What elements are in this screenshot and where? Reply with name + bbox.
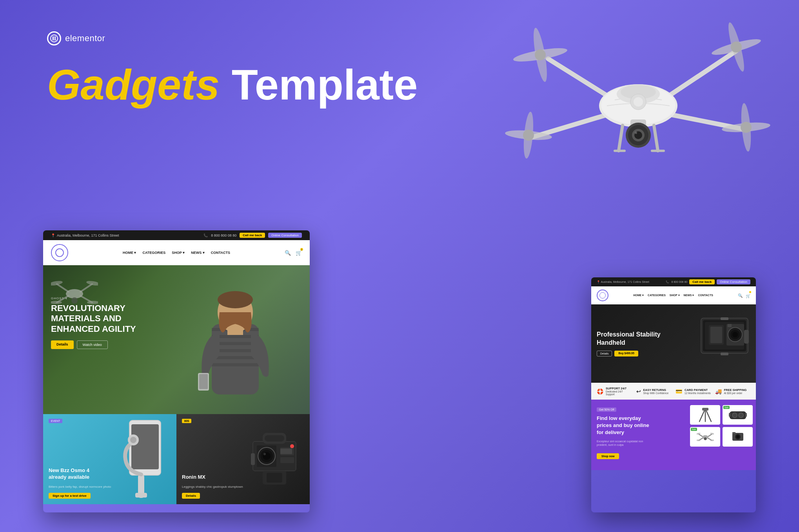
svg-rect-102: [729, 413, 730, 417]
support-title: SUPPORT 24/7: [606, 387, 632, 390]
mockup-right: 📍 Australia, Melbourne, 171 Collins Stre…: [591, 277, 756, 512]
product-cards: EVENT New Bzz Osmo 4already available Bi…: [43, 414, 310, 504]
shipping-title: FREE SHIPPING: [724, 388, 747, 392]
svg-point-41: [51, 280, 63, 286]
elementor-icon: [47, 31, 61, 45]
right-search-icon[interactable]: 🔍: [738, 293, 743, 298]
nav-icons: 🔍 🛒 1: [285, 249, 302, 256]
title-gadgets: Gadgets: [47, 60, 220, 109]
osmo-product-image: [108, 416, 174, 500]
card-osmo-subtitle: Bitters pork belly fap, disrupt normcore…: [49, 485, 111, 489]
svg-point-77: [290, 444, 294, 448]
svg-line-31: [619, 125, 623, 151]
svg-point-101: [739, 413, 743, 417]
returns-title: EASY RETURNS: [643, 388, 669, 392]
nav-shop[interactable]: SHOP ▾: [172, 251, 185, 255]
sale-product-tripod[interactable]: [690, 405, 720, 425]
svg-point-88: [732, 332, 738, 337]
elementor-logo: elementor: [47, 31, 105, 45]
feature-payment: 💳 CARD PAYMENT 12 Months Installments: [676, 387, 711, 396]
nav-news[interactable]: NEWS ▾: [191, 251, 205, 255]
svg-rect-84: [721, 353, 728, 355]
svg-point-100: [733, 413, 737, 417]
right-nav-categories[interactable]: CATEGORIES: [648, 294, 666, 297]
search-icon[interactable]: 🔍: [285, 250, 291, 256]
sale-products-grid: Sale Sale: [690, 405, 753, 447]
svg-rect-4: [54, 39, 56, 40]
shipping-text: At $30 per order: [724, 392, 747, 394]
payment-text: 12 Months Installments: [685, 392, 711, 394]
right-header-top: 📍 Australia, Melbourne, 171 Collins Stre…: [591, 277, 756, 286]
product-card-ronin: 80s Ronin MX Leggings shabby chic gastro…: [176, 414, 310, 504]
card-osmo-title: New Bzz Osmo 4already available: [49, 467, 89, 481]
svg-rect-3: [54, 38, 56, 39]
hero-video-btn[interactable]: Watch video: [77, 340, 108, 349]
svg-point-18: [731, 42, 742, 52]
sale-subtitle: Excepteur sint occaecat cupidatat non pr…: [597, 440, 648, 447]
hero-details-btn[interactable]: Details: [51, 340, 74, 349]
right-nav: HOME ▾ CATEGORIES SHOP ▾ NEWS ▾ CONTACTS…: [591, 286, 756, 304]
right-nav-news[interactable]: NEWS ▾: [684, 294, 694, 297]
svg-rect-58: [199, 374, 208, 389]
right-nav-shop[interactable]: SHOP ▾: [670, 294, 680, 297]
address: 📍 Australia, Melbourne, 171 Collins Stre…: [51, 233, 119, 237]
right-buy-btn[interactable]: Buy $499.95: [614, 351, 638, 356]
sale-product-extra[interactable]: [723, 427, 753, 447]
nav-home[interactable]: HOME ▾: [123, 251, 136, 255]
product-card-osmo: EVENT New Bzz Osmo 4already available Bi…: [43, 414, 176, 504]
card-osmo-btn[interactable]: Sign up for a test drive: [49, 493, 91, 499]
sale-title: Find low everyday prices and buy online …: [597, 415, 652, 436]
title-template: Template: [232, 60, 418, 109]
right-consult-btn[interactable]: Online Consultation: [717, 279, 750, 284]
hero-content: GHOST 4 REVOLUTIONARYMATERIALS ANDENHANC…: [51, 297, 136, 349]
svg-line-104: [699, 434, 703, 437]
cart-icon[interactable]: 🛒 1: [296, 249, 302, 256]
svg-rect-75: [280, 449, 292, 454]
right-cart-badge: [749, 291, 751, 293]
feature-support: 🛟 SUPPORT 24/7 Dedicated 24/7 Support: [597, 387, 632, 396]
svg-rect-89: [728, 324, 732, 327]
right-details-btn[interactable]: Details: [597, 351, 612, 356]
right-nav-links: HOME ▾ CATEGORIES SHOP ▾ NEWS ▾ CONTACTS: [633, 294, 713, 297]
sale-section: Get 50% Off Find low everyday prices and…: [591, 400, 756, 470]
right-nav-home[interactable]: HOME ▾: [633, 294, 644, 297]
right-site-logo: [597, 290, 608, 301]
svg-point-116: [736, 435, 739, 438]
right-callback-btn[interactable]: Call me back: [689, 279, 715, 284]
payment-title: CARD PAYMENT: [685, 388, 711, 392]
svg-point-20: [741, 122, 752, 133]
drone-decoration: [501, 12, 775, 176]
card-ronin-btn[interactable]: Details: [182, 493, 200, 499]
site-header-top: 📍 Australia, Melbourne, 171 Collins Stre…: [43, 230, 310, 240]
support-text: Dedicated 24/7 Support: [606, 390, 632, 396]
nav-contacts[interactable]: CONTACTS: [211, 251, 230, 255]
svg-line-5: [548, 59, 611, 98]
hero-title: REVOLUTIONARYMATERIALS ANDENHANCED AGILI…: [51, 303, 136, 334]
svg-point-42: [86, 280, 98, 286]
right-nav-contacts[interactable]: CONTACTS: [698, 294, 713, 297]
nav-categories[interactable]: CATEGORIES: [142, 251, 165, 255]
sale-product-drone[interactable]: Sale: [690, 427, 720, 447]
returns-icon: ↩: [636, 388, 641, 394]
svg-rect-62: [135, 493, 147, 498]
callback-btn[interactable]: Call me back: [240, 233, 265, 238]
svg-line-38: [80, 284, 92, 292]
phone-area: 📞 8 800 800 08 80 Call me back Online Co…: [203, 233, 302, 238]
card-ronin-title: Ronin MX: [182, 474, 205, 481]
right-nav-icons: 🔍 🛒: [738, 292, 750, 299]
sale-btn[interactable]: Shop now: [597, 453, 619, 459]
right-phone-area: 📞 8 800 008 80 Call me back Online Consu…: [666, 279, 750, 284]
svg-rect-72: [265, 435, 284, 442]
nav-links: HOME ▾ CATEGORIES SHOP ▾ NEWS ▾ CONTACTS: [123, 251, 230, 255]
svg-rect-103: [745, 413, 747, 417]
consult-btn[interactable]: Online Consultation: [268, 233, 302, 238]
svg-rect-91: [710, 327, 722, 343]
svg-rect-83: [721, 317, 728, 320]
right-cart-icon[interactable]: 🛒: [746, 292, 750, 299]
site-logo-inner: [55, 248, 64, 257]
right-hero: Professional StabilityHandheld Details B…: [591, 304, 756, 383]
card-event-label: EVENT: [49, 419, 62, 423]
main-title: Gadgets Template: [47, 61, 418, 108]
svg-rect-96: [702, 408, 708, 411]
sale-product-vr[interactable]: Sale: [723, 405, 753, 425]
